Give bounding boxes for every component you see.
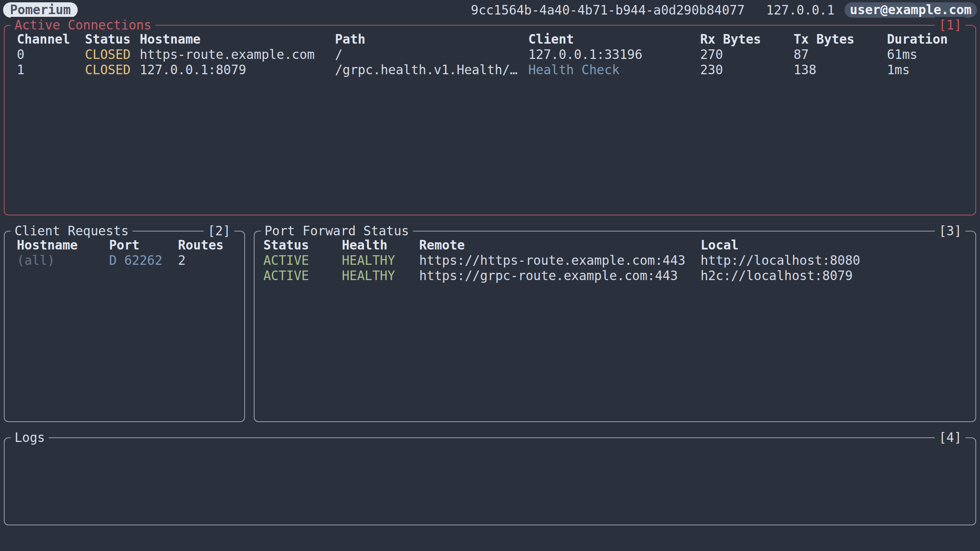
table-row: ACTIVE HEALTHY https://https-route.examp…: [263, 253, 975, 268]
cell-health: HEALTHY: [342, 268, 419, 284]
cell-tx-bytes: 138: [794, 62, 887, 78]
cell-rx-bytes: 270: [700, 47, 794, 62]
table-row: (all) D 62262 2: [17, 253, 244, 268]
cell-local: h2c://localhost:8079: [701, 268, 975, 284]
cell-channel: 1: [17, 62, 85, 78]
cell-status: CLOSED: [85, 62, 140, 78]
panel-client-requests-title: Client Requests: [11, 223, 132, 240]
cell-tx-bytes: 87: [794, 47, 887, 62]
panel-active-connections-title: Active Connections: [11, 17, 155, 34]
cell-path: /grpc.health.v1.Health/…: [335, 62, 528, 78]
col-local: Local: [701, 238, 975, 253]
panel-client-requests-badge: [2]: [204, 223, 234, 240]
col-remote: Remote: [419, 238, 701, 253]
panel-logs[interactable]: Logs [4]: [4, 437, 976, 525]
table-header: Status Health Remote Local: [263, 238, 975, 253]
cell-status: ACTIVE: [263, 268, 342, 284]
cell-hostname: (all): [17, 253, 109, 268]
cell-hostname: https-route.example.com: [140, 47, 335, 62]
session-id: 9cc1564b-4a40-4b71-b944-a0d290b84077: [471, 3, 745, 18]
app-badge: Pomerium: [3, 2, 78, 18]
cell-hostname: 127.0.0.1:8079: [140, 62, 335, 78]
col-status: Status: [263, 238, 342, 253]
col-port: Port: [109, 238, 178, 253]
panel-port-forward-status[interactable]: Port Forward Status [3] Status Health Re…: [254, 231, 976, 422]
table-row: ACTIVE HEALTHY https://grpc-route.exampl…: [263, 268, 975, 284]
panel-port-forward-status-badge: [3]: [935, 223, 965, 240]
cell-remote: https://grpc-route.example.com:443: [419, 268, 701, 284]
cell-client: 127.0.0.1:33196: [528, 47, 700, 62]
table-row: 0 CLOSED https-route.example.com / 127.0…: [17, 47, 975, 62]
col-tx-bytes: Tx Bytes: [794, 32, 887, 47]
col-hostname: Hostname: [17, 238, 109, 253]
panel-logs-badge: [4]: [935, 429, 965, 446]
panel-active-connections[interactable]: Active Connections [1] Channel Status Ho…: [4, 25, 976, 215]
status-bar: qquit • tabselect next panel • shift-tab…: [2, 533, 252, 549]
col-duration: Duration: [887, 32, 975, 47]
cell-duration: 1ms: [887, 62, 975, 78]
cell-rx-bytes: 230: [700, 62, 794, 78]
cell-path: /: [335, 47, 528, 62]
table-header: Hostname Port Routes: [17, 238, 244, 253]
cell-local: http://localhost:8080: [701, 253, 975, 268]
col-rx-bytes: Rx Bytes: [700, 32, 794, 47]
panel-logs-title: Logs: [11, 429, 49, 446]
table-row: 1 CLOSED 127.0.0.1:8079 /grpc.health.v1.…: [17, 62, 975, 78]
cell-remote: https://https-route.example.com:443: [419, 253, 701, 268]
col-path: Path: [335, 32, 528, 47]
col-channel: Channel: [17, 32, 85, 47]
host-ip: 127.0.0.1: [766, 3, 835, 18]
user-badge: user@example.com: [844, 2, 977, 18]
col-hostname: Hostname: [140, 32, 335, 47]
cell-status: CLOSED: [85, 47, 140, 62]
cell-routes: 2: [178, 253, 244, 268]
col-routes: Routes: [178, 238, 244, 253]
top-bar-right: 9cc1564b-4a40-4b71-b944-a0d290b84077 127…: [471, 2, 977, 18]
cell-port: D 62262: [109, 253, 178, 268]
cell-duration: 61ms: [887, 47, 975, 62]
table-header: Channel Status Hostname Path Client Rx B…: [17, 32, 975, 47]
col-health: Health: [342, 238, 419, 253]
cell-health: HEALTHY: [342, 253, 419, 268]
cell-channel: 0: [17, 47, 85, 62]
cell-client: Health Check: [528, 62, 700, 78]
panel-client-requests[interactable]: Client Requests [2] Hostname Port Routes…: [4, 231, 245, 422]
col-status: Status: [85, 32, 140, 47]
col-client: Client: [528, 32, 700, 47]
panel-active-connections-badge: [1]: [935, 17, 965, 34]
panel-port-forward-status-title: Port Forward Status: [261, 223, 413, 240]
cell-status: ACTIVE: [263, 253, 342, 268]
